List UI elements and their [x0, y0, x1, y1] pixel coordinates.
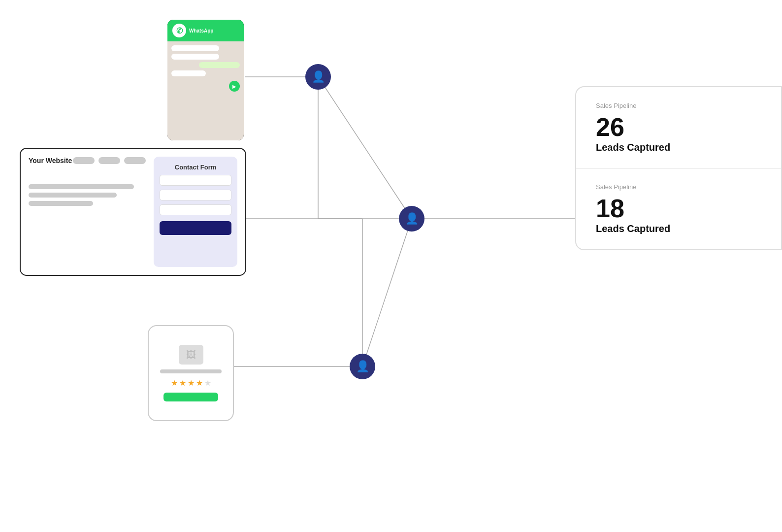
- pipeline-section-1: Sales Pipeline 26 Leads Captured: [576, 87, 781, 168]
- form-input-3: [160, 204, 231, 215]
- star-5: ★: [204, 378, 211, 388]
- pipeline-number-1: 26: [596, 114, 761, 140]
- form-input-1: [160, 175, 231, 186]
- content-line-3: [29, 201, 93, 206]
- person-icon-mid: 👤: [405, 212, 419, 225]
- website-left-section: Your Website: [29, 157, 146, 267]
- pipeline-description-2: Leads Captured: [596, 223, 761, 234]
- whatsapp-logo: ✆: [172, 24, 186, 37]
- whatsapp-chat-area: ▶: [167, 41, 244, 140]
- contact-form-title: Contact Form: [160, 164, 231, 171]
- avatar-top: 👤: [305, 64, 331, 90]
- star-1: ★: [171, 378, 178, 388]
- pipeline-section-2: Sales Pipeline 18 Leads Captured: [576, 168, 781, 249]
- nav-pill-3: [124, 157, 146, 164]
- nav-pill-1: [73, 157, 95, 164]
- person-icon-top: 👤: [312, 70, 325, 83]
- pipeline-label-1: Sales Pipeline: [596, 102, 761, 109]
- website-title: Your Website: [29, 157, 72, 165]
- review-line-1: [160, 369, 222, 373]
- website-contact-form: Contact Form: [154, 157, 237, 267]
- send-icon: ▶: [232, 84, 236, 89]
- star-2: ★: [179, 378, 186, 388]
- chat-bubble-sent-1: [199, 62, 240, 68]
- review-image: 🖼: [179, 345, 203, 365]
- avatar-mid: 👤: [399, 206, 424, 232]
- chat-bubble-received-3: [171, 70, 206, 76]
- main-canvas: ✆ WhatsApp ▶ Your Website: [0, 0, 782, 532]
- pipeline-number-2: 18: [596, 196, 761, 221]
- pipeline-description-1: Leads Captured: [596, 142, 761, 153]
- content-line-1: [29, 184, 134, 189]
- chat-bubble-received-2: [171, 54, 219, 60]
- star-3: ★: [188, 378, 195, 388]
- svg-line-0: [318, 77, 412, 219]
- website-nav: [73, 157, 146, 164]
- review-stars: ★ ★ ★ ★ ★: [171, 378, 211, 388]
- svg-line-1: [362, 219, 412, 366]
- website-mockup: Your Website Contact Form: [20, 148, 246, 276]
- website-content-lines: [29, 184, 146, 206]
- chat-bubble-received-1: [171, 45, 219, 51]
- form-submit-button: [160, 221, 231, 235]
- avatar-bot: 👤: [350, 354, 375, 379]
- pipeline-label-2: Sales Pipeline: [596, 183, 761, 191]
- nav-pill-2: [98, 157, 120, 164]
- contact-form-box: Contact Form: [154, 157, 237, 267]
- whatsapp-label: WhatsApp: [189, 28, 213, 33]
- whatsapp-header: ✆ WhatsApp: [167, 20, 244, 41]
- sales-pipeline-card: Sales Pipeline 26 Leads Captured Sales P…: [575, 86, 782, 250]
- whatsapp-logo-icon: ✆: [176, 26, 183, 35]
- image-icon: 🖼: [186, 349, 196, 361]
- review-card-mockup: 🖼 ★ ★ ★ ★ ★: [148, 325, 234, 421]
- chat-send-button: ▶: [229, 81, 240, 92]
- person-icon-bot: 👤: [356, 360, 369, 373]
- whatsapp-mockup: ✆ WhatsApp ▶: [167, 20, 244, 140]
- form-input-2: [160, 190, 231, 200]
- content-line-2: [29, 193, 117, 198]
- review-action-button: [163, 393, 218, 401]
- star-4: ★: [196, 378, 203, 388]
